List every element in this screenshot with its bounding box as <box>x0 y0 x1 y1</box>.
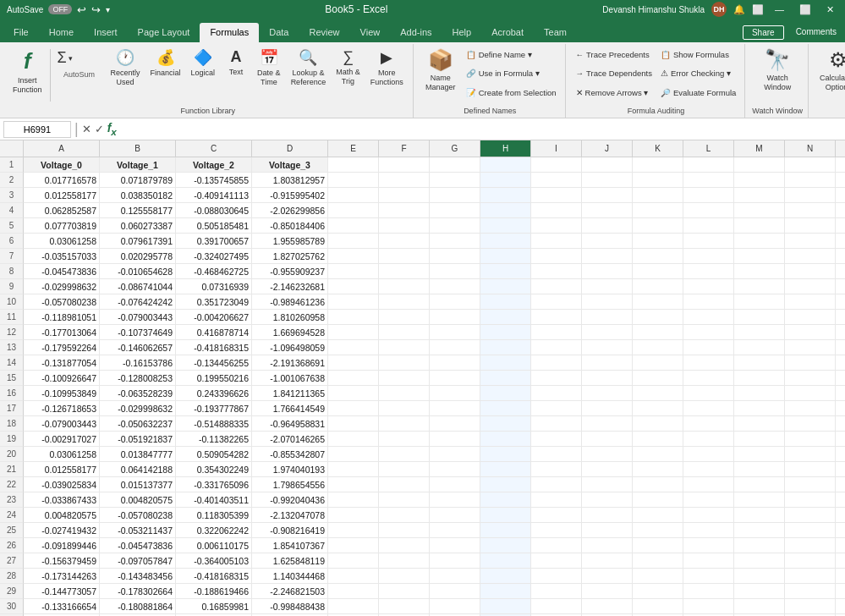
col-header-j[interactable]: J <box>582 140 633 157</box>
empty-cell[interactable] <box>785 416 836 432</box>
list-item[interactable]: -0.051921837 <box>100 432 176 447</box>
comments-button[interactable]: Comments <box>787 25 845 40</box>
empty-cell[interactable] <box>379 310 430 325</box>
list-item[interactable]: 0.125558177 <box>100 203 176 218</box>
empty-cell[interactable] <box>531 188 582 203</box>
empty-cell[interactable] <box>480 157 531 173</box>
col-header-g[interactable]: G <box>430 140 480 157</box>
empty-cell[interactable] <box>480 264 531 279</box>
empty-cell[interactable] <box>480 355 531 371</box>
use-in-formula-button[interactable]: 🔗 Use in Formula ▾ <box>463 67 560 80</box>
list-item[interactable]: -0.468462725 <box>176 264 252 279</box>
empty-cell[interactable] <box>379 447 430 462</box>
empty-cell[interactable] <box>531 203 582 218</box>
empty-cell[interactable] <box>582 279 633 294</box>
empty-cell[interactable] <box>531 355 582 371</box>
empty-cell[interactable] <box>582 523 633 538</box>
empty-cell[interactable] <box>683 188 734 203</box>
empty-cell[interactable] <box>582 264 633 279</box>
empty-cell[interactable] <box>836 325 845 340</box>
empty-cell[interactable] <box>379 325 430 340</box>
tab-view[interactable]: View <box>350 23 391 42</box>
empty-cell[interactable] <box>683 538 734 553</box>
empty-cell[interactable] <box>683 584 734 599</box>
empty-cell[interactable] <box>633 325 683 340</box>
row-number[interactable]: 21 <box>0 462 24 477</box>
empty-cell[interactable] <box>531 310 582 325</box>
empty-cell[interactable] <box>430 401 480 416</box>
list-item[interactable]: 0.199550216 <box>176 371 252 386</box>
row-number[interactable]: 14 <box>0 355 24 371</box>
empty-cell[interactable] <box>785 310 836 325</box>
col-header-b[interactable]: B <box>100 140 176 157</box>
list-item[interactable]: 0.004820575 <box>100 492 176 508</box>
empty-cell[interactable] <box>683 553 734 569</box>
list-item[interactable]: -0.177013064 <box>24 325 100 340</box>
empty-cell[interactable] <box>633 416 683 432</box>
empty-cell[interactable] <box>633 371 683 386</box>
list-item[interactable]: 1.841211365 <box>252 386 328 401</box>
empty-cell[interactable] <box>734 188 785 203</box>
lookup-ref-button[interactable]: 🔍 Lookup &Reference <box>287 46 331 90</box>
empty-cell[interactable] <box>582 432 633 447</box>
list-item[interactable]: -2.132047078 <box>252 508 328 523</box>
list-item[interactable]: 0.03061258 <box>24 234 100 249</box>
empty-cell[interactable] <box>633 279 683 294</box>
empty-cell[interactable] <box>430 538 480 553</box>
empty-cell[interactable] <box>734 249 785 264</box>
row-number[interactable]: 2 <box>0 173 24 188</box>
tab-file[interactable]: File <box>3 23 39 42</box>
empty-cell[interactable] <box>531 584 582 599</box>
empty-cell[interactable] <box>633 173 683 188</box>
list-item[interactable]: -0.855342807 <box>252 447 328 462</box>
list-item[interactable]: -0.180881864 <box>100 599 176 614</box>
empty-cell[interactable] <box>836 355 845 371</box>
evaluate-formula-button[interactable]: 🔎 Evaluate Formula <box>657 86 739 99</box>
empty-cell[interactable] <box>582 188 633 203</box>
list-item[interactable]: -0.193777867 <box>176 401 252 416</box>
empty-cell[interactable] <box>582 325 633 340</box>
empty-cell[interactable] <box>328 432 379 447</box>
list-item[interactable]: -0.057080238 <box>24 294 100 310</box>
list-item[interactable]: -0.514888335 <box>176 416 252 432</box>
row-number[interactable]: 20 <box>0 447 24 462</box>
empty-cell[interactable] <box>582 249 633 264</box>
empty-cell[interactable] <box>734 584 785 599</box>
empty-cell[interactable] <box>836 416 845 432</box>
row-number[interactable]: 22 <box>0 477 24 492</box>
tab-formulas[interactable]: Formulas <box>200 23 259 42</box>
empty-cell[interactable] <box>836 523 845 538</box>
empty-cell[interactable] <box>480 584 531 599</box>
list-item[interactable]: -0.004206627 <box>176 310 252 325</box>
list-item[interactable]: 0.017716578 <box>24 173 100 188</box>
empty-cell[interactable] <box>734 264 785 279</box>
empty-cell[interactable] <box>379 553 430 569</box>
empty-cell[interactable] <box>582 477 633 492</box>
empty-cell[interactable] <box>328 218 379 234</box>
row-number[interactable]: 25 <box>0 523 24 538</box>
list-item[interactable]: -0.086741044 <box>100 279 176 294</box>
list-item[interactable]: 0.16859981 <box>176 599 252 614</box>
empty-cell[interactable] <box>430 432 480 447</box>
empty-cell[interactable] <box>430 371 480 386</box>
empty-cell[interactable] <box>633 218 683 234</box>
list-item[interactable]: 0.077703819 <box>24 218 100 234</box>
define-name-button[interactable]: 📋 Define Name ▾ <box>463 48 560 61</box>
autosum-dropdown[interactable]: ▾ <box>69 54 73 63</box>
list-item[interactable]: -0.033867433 <box>24 492 100 508</box>
empty-cell[interactable] <box>836 553 845 569</box>
close-button[interactable]: ✕ <box>822 3 838 17</box>
list-item[interactable]: -0.029998632 <box>24 279 100 294</box>
col-header-c[interactable]: C <box>176 140 252 157</box>
empty-cell[interactable] <box>531 508 582 523</box>
empty-cell[interactable] <box>785 447 836 462</box>
empty-cell[interactable] <box>734 553 785 569</box>
list-item[interactable]: 0.416878714 <box>176 325 252 340</box>
empty-cell[interactable] <box>430 325 480 340</box>
tab-help[interactable]: Help <box>442 23 482 42</box>
list-item[interactable]: -0.331765096 <box>176 477 252 492</box>
empty-cell[interactable] <box>633 203 683 218</box>
empty-cell[interactable] <box>734 508 785 523</box>
empty-cell[interactable] <box>734 416 785 432</box>
empty-cell[interactable] <box>785 523 836 538</box>
